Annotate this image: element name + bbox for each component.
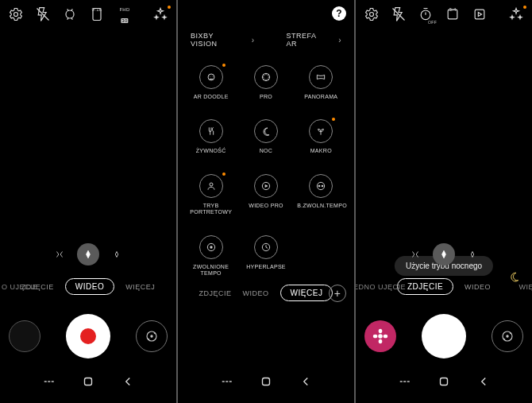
aspect-ratio-icon[interactable]: 9:16 [89,6,105,22]
aspect-ratio-icon[interactable]: 3:4 [445,6,461,22]
chevron-right-icon: › [338,36,341,45]
svg-point-16 [322,184,324,187]
chevron-right-icon: › [252,36,255,45]
svg-marker-13 [265,184,268,188]
flash-off-icon[interactable] [391,6,407,22]
svg-point-34 [384,335,388,339]
gallery-thumbnail[interactable] [364,320,396,352]
tab-edge-left[interactable]: O UJĘCIE [2,283,38,291]
tab-video[interactable]: WIDEO [465,283,491,291]
settings-icon[interactable] [8,6,24,22]
settings-icon[interactable] [364,6,380,22]
zoom-ultrawide[interactable] [406,245,425,264]
svg-rect-23 [263,378,270,386]
nav-home-icon[interactable] [437,374,451,392]
svg-point-24 [370,13,374,17]
nav-home-icon[interactable] [259,374,273,392]
mode-portrait[interactable]: TRYB PORTRETOWY [186,174,236,216]
mode-super-slow[interactable]: B.ZWOLN.TEMPO [296,174,346,216]
help-icon[interactable]: ? [332,6,346,21]
top-toolbar: OFF 3:4 [356,0,532,29]
svg-point-0 [14,13,18,17]
svg-point-15 [318,184,321,187]
modes-grid: AR DOODLE PRO PANORAMA ŻYWNOŚĆ NOC MAKRO… [178,59,354,277]
motion-photo-icon[interactable] [472,6,488,22]
zoom-wide[interactable] [433,243,455,265]
svg-point-36 [507,335,508,337]
mode-pro[interactable]: PRO [241,65,291,100]
svg-point-4 [151,335,152,337]
timer-off-icon[interactable]: OFF [418,6,434,22]
effects-icon[interactable] [152,6,168,22]
svg-point-33 [373,335,378,339]
bixby-vision-link[interactable]: BIXBY VISION› [191,32,255,48]
svg-point-32 [379,339,383,344]
mode-night[interactable]: NOC [241,119,291,154]
svg-rect-28 [475,10,484,19]
camera-flip-button[interactable] [136,320,168,352]
camera-screen-video: 9:16 FHD30 O UJĘCIE ZDJĘCIE WIDEO WIĘCEJ [0,0,176,403]
mode-tabs: ZDJĘCIE WIDEO WIĘCEJ + [178,277,354,309]
tab-edge-right[interactable]: WIĘ [519,283,533,291]
top-toolbar: ? [178,0,354,27]
tab-more[interactable]: WIĘCEJ [125,283,155,291]
shutter-row [356,303,532,366]
record-indicator [80,328,96,344]
zoom-controls [356,235,532,270]
effects-icon[interactable] [508,6,524,22]
top-toolbar: 9:16 FHD30 [0,0,176,29]
svg-point-11 [210,183,213,186]
svg-point-31 [379,329,383,334]
flash-off-icon[interactable] [35,6,51,22]
system-nav [356,366,532,403]
super-steady-icon[interactable] [62,6,78,22]
add-mode-button[interactable]: + [329,285,346,302]
tab-video[interactable]: WIDEO [65,278,114,295]
tab-video[interactable]: WIDEO [243,289,269,297]
system-nav [0,366,176,403]
tab-edge-left[interactable]: JEDNO UJĘCIE [356,283,406,291]
zoom-tele[interactable] [463,245,482,264]
svg-marker-29 [478,13,481,17]
nav-recents-icon[interactable] [397,374,411,392]
mode-food[interactable]: ŻYWNOŚĆ [186,119,236,154]
svg-point-30 [378,334,383,339]
shutter-button[interactable] [66,314,110,358]
nav-back-icon[interactable] [476,374,491,392]
shutter-button[interactable] [422,314,466,358]
zoom-ultrawide[interactable] [50,245,69,264]
resolution-icon[interactable]: FHD30 [116,6,133,22]
nav-home-icon[interactable] [81,374,95,392]
nav-back-icon[interactable] [121,374,135,392]
nav-back-icon[interactable] [299,374,313,392]
svg-point-18 [210,246,212,248]
camera-flip-button[interactable] [492,320,523,352]
zoom-tele[interactable] [107,245,126,264]
mode-slow-mo[interactable]: ZWOLNIONE TEMPO [186,235,236,277]
tab-more[interactable]: WIĘCEJ [280,285,333,301]
feature-links: BIXBY VISION› STREFA AR› [178,27,354,59]
mode-tabs: O UJĘCIE ZDJĘCIE WIDEO WIĘCEJ [0,270,176,303]
system-nav [178,366,354,403]
mode-tabs: JEDNO UJĘCIE ZDJĘCIE WIDEO WIĘ [356,270,532,303]
svg-rect-8 [85,378,92,386]
camera-screen-more: ? BIXBY VISION› STREFA AR› AR DOODLE PRO… [178,0,354,403]
zoom-wide[interactable] [77,243,99,265]
gallery-thumbnail[interactable] [9,320,40,352]
tab-photo[interactable]: ZDJĘCIE [199,289,232,297]
ar-zone-link[interactable]: STREFA AR› [287,32,341,48]
mode-ar-doodle[interactable]: AR DOODLE [186,65,236,100]
mode-panorama[interactable]: PANORAMA [296,65,346,100]
svg-rect-40 [441,378,448,386]
mode-macro[interactable]: MAKRO [296,119,346,154]
mode-hyperlapse[interactable]: HYPERLAPSE [241,235,291,277]
nav-recents-icon[interactable] [41,374,56,392]
nav-recents-icon[interactable] [219,374,233,392]
camera-screen-photo: OFF 3:4 Użycie trybu nocnego JEDNO UJĘCI… [356,0,532,403]
zoom-controls [0,235,176,270]
mode-video-pro[interactable]: WIDEO PRO [241,174,291,216]
shutter-row [0,303,176,366]
